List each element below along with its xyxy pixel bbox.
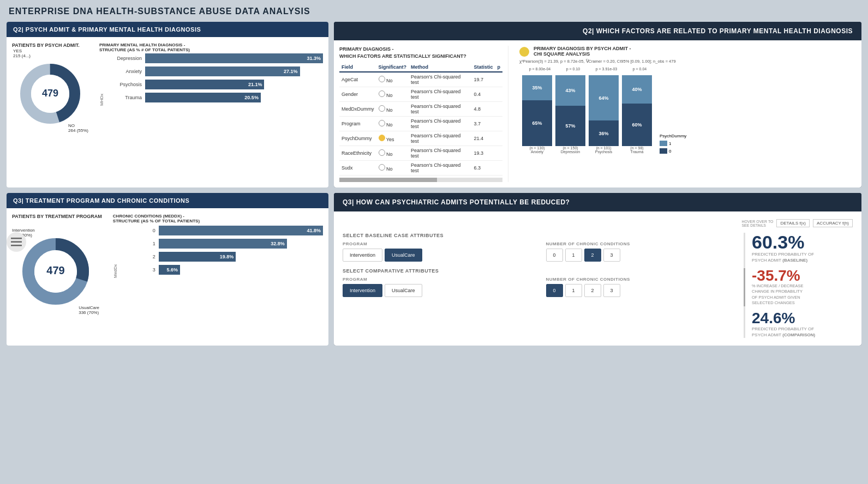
bar-n-label: (n = 130)	[529, 146, 544, 150]
comp-cond-1-btn[interactable]: 1	[565, 284, 582, 297]
chi-title: PRIMARY DIAGNOSIS BY PSYCH ADMIT - CHI S…	[534, 46, 631, 57]
comp-cond-2-btn[interactable]: 2	[584, 284, 601, 297]
bar-label: 0	[120, 228, 155, 233]
top-right-body: PRIMARY DIAGNOSIS - WHICH FACTORS ARE ST…	[334, 40, 861, 187]
donut-svg: 479	[17, 61, 83, 126]
chronic-bar-chart: CHRONIC CONDITIONS (MEDDX) - STRUCTURE (…	[113, 214, 323, 278]
top-right-header: Q2| WHICH FACTORS ARE RELATED TO PRIMARY…	[334, 22, 861, 40]
bar-row-psychosis: Psychosis 21.1%	[106, 80, 323, 89]
bar-track: 31.3%	[145, 53, 323, 63]
baseline-cond-3-btn[interactable]: 3	[603, 249, 620, 262]
bar-label: 2	[120, 254, 155, 259]
bar-label: Trauma	[106, 95, 142, 100]
bar-fill: 21.1%	[145, 80, 264, 89]
chi-dot-icon	[519, 47, 529, 57]
comp-intervention-btn[interactable]: Intervention	[343, 284, 382, 297]
baseline-cond-1-btn[interactable]: 1	[565, 249, 582, 262]
table-section-label: PRIMARY DIAGNOSIS - WHICH FACTORS ARE ST…	[339, 46, 502, 59]
chi-header: PRIMARY DIAGNOSIS BY PSYCH ADMIT - CHI S…	[519, 46, 856, 57]
baseline-conditions-btns: 0 1 2 3	[546, 249, 739, 262]
bar-category-label: Trauma	[631, 150, 644, 154]
baseline-cond-0-btn[interactable]: 0	[546, 249, 563, 262]
bar-label: Anxiety	[106, 69, 142, 74]
bottom-left-panel: Q3| TREATMENT PROGRAM AND CHRONIC CONDIT…	[7, 193, 328, 346]
baseline-cond-2-btn[interactable]: 2	[584, 249, 601, 262]
top-left-panel: Q2| PSYCH ADMIT & PRIMARY MENTAL HEALTH …	[7, 22, 328, 187]
bar-n-label: (n = 150)	[562, 146, 578, 150]
bottom-left-panel-body: PATIENTS BY TREATMENT PROGRAM Interventi…	[7, 208, 328, 326]
stacked-top: 43%	[555, 75, 585, 106]
bottom-right-header: Q3| HOW CAN PSYCHIATRIC ADMITS POTENTIAL…	[334, 193, 861, 211]
bar-row-depression: Depression 31.3%	[106, 53, 323, 63]
bar-category-label: Depression	[561, 150, 580, 154]
bar-fill: 19.8%	[159, 252, 236, 262]
baseline-program-btns: Intervention UsualCare	[343, 249, 535, 262]
svg-rect-2	[11, 245, 22, 246]
meddx-axis-label: MedDx	[113, 226, 118, 278]
col-method: Method	[409, 63, 471, 72]
bar-track: 19.8%	[159, 252, 323, 262]
baseline-section-label: SELECT BASELINE CASE ATTRIBUTES	[343, 233, 738, 238]
bar-rows: Depression 31.3% Anxiety	[106, 53, 323, 106]
baseline-pct: 60.3%	[752, 233, 853, 251]
usualcare-label: UsualCare 336 (70%)	[79, 305, 99, 315]
stacked-bar-container: 40% 60%	[622, 75, 652, 146]
hover-label: HOVER OVER TOSEE DETAILS	[741, 220, 773, 227]
bar-category-label: Anxiety	[531, 150, 543, 154]
baseline-intervention-btn[interactable]: Intervention	[343, 249, 382, 262]
stacked-bar-psychosis: 64% 36% (n = 101) Psychosis	[589, 75, 619, 154]
table-scrollbar[interactable]	[339, 178, 502, 182]
bar-row-0: 0 41.8%	[120, 226, 323, 235]
treatment-donut-section: PATIENTS BY TREATMENT PROGRAM Interventi…	[12, 214, 323, 320]
comp-usualcare-btn[interactable]: UsualCare	[385, 284, 422, 297]
comp-cond-3-btn[interactable]: 3	[603, 284, 620, 297]
bracket: -35.7% % INCREASE / DECREASECHANGE IN PR…	[744, 268, 853, 306]
bottom-stats: 60.3% PREDICTED PROBABILITY OFPSYCH ADMI…	[744, 233, 853, 338]
chronic-bar-wrapper: MedDx 0 41.8%	[113, 226, 323, 278]
col-significant: Significant?	[376, 63, 409, 72]
bar-track: 32.8%	[159, 239, 323, 249]
psych-admit-donut: PATIENTS BY PSYCH ADMIT. YES 215 (4...)	[12, 43, 88, 133]
comparative-program-group: PROGRAM Intervention UsualCare	[343, 277, 535, 297]
bar-fill: 5.6%	[159, 265, 180, 275]
bottom-right-body: HOVER OVER TOSEE DETAILS DETAILS f(x) AC…	[334, 211, 861, 346]
comp-program-label: PROGRAM	[343, 277, 535, 282]
bottom-left-panel-header: Q3| TREATMENT PROGRAM AND CHRONIC CONDIT…	[7, 193, 328, 208]
bottom-selects: SELECT BASELINE CASE ATTRIBUTES PROGRAM …	[343, 233, 744, 338]
table-row: Gender No Pearson's Chi-squared test 0.4	[339, 87, 502, 102]
details-button[interactable]: DETAILS f(x)	[776, 219, 810, 227]
baseline-conditions-group: NUMBER OF CHRONIC CONDITIONS 0 1 2 3	[546, 241, 739, 262]
donut-section: PATIENTS BY PSYCH ADMIT. YES 215 (4...)	[12, 43, 323, 133]
comp-cond-0-btn[interactable]: 0	[546, 284, 563, 297]
bar-row-3: 3 5.6%	[120, 265, 323, 275]
comparative-attr-row: PROGRAM Intervention UsualCare NUMBER OF…	[343, 277, 738, 297]
top-left-panel-header: Q2| PSYCH ADMIT & PRIMARY MENTAL HEALTH …	[7, 22, 328, 37]
program-label: PROGRAM	[343, 241, 535, 246]
chronic-bar-rows: 0 41.8% 1	[120, 226, 323, 278]
sidebar-button[interactable]	[7, 232, 26, 252]
significance-table: Field Significant? Method Statistic p Ag…	[339, 63, 502, 176]
baseline-program-group: PROGRAM Intervention UsualCare	[343, 241, 535, 262]
comparative-program-btns: Intervention UsualCare	[343, 284, 535, 297]
bar-row-anxiety: Anxiety 27.1%	[106, 66, 323, 76]
yes-label: YES 215 (4...)	[13, 49, 31, 58]
bar-section-wrapper: MHDx Depression 31.3%	[99, 53, 323, 106]
change-label: % INCREASE / DECREASECHANGE IN PROBABILI…	[752, 283, 853, 306]
comp-conditions-label: NUMBER OF CHRONIC CONDITIONS	[546, 277, 739, 282]
comparative-conditions-group: NUMBER OF CHRONIC CONDITIONS 0 1 2 3	[546, 277, 739, 297]
stacked-bar-anxiety: 35% 65% (n = 130) Anxiety	[522, 75, 552, 154]
header-text: Q3| HOW CAN PSYCHIATRIC ADMITS POTENTIAL…	[343, 198, 570, 206]
stacked-bottom: 65%	[522, 100, 552, 147]
bar-label: Depression	[106, 56, 142, 61]
bar-fill: 41.8%	[159, 226, 323, 235]
baseline-usualcare-btn[interactable]: UsualCare	[385, 249, 422, 262]
stacked-bottom: 57%	[555, 106, 585, 146]
controls-row: HOVER OVER TOSEE DETAILS DETAILS f(x) AC…	[343, 219, 853, 227]
donut-label: PATIENTS BY PSYCH ADMIT.	[12, 43, 88, 48]
header-row: Q3| HOW CAN PSYCHIATRIC ADMITS POTENTIAL…	[343, 198, 853, 206]
donut-label: PATIENTS BY TREATMENT PROGRAM	[12, 214, 102, 219]
stacked-top: 35%	[522, 75, 552, 100]
accuracy-button[interactable]: ACCURACY f(h)	[813, 219, 853, 227]
stacked-bottom: 60%	[622, 104, 652, 146]
stats-container: 60.3% PREDICTED PROBABILITY OFPSYCH ADMI…	[744, 233, 853, 338]
